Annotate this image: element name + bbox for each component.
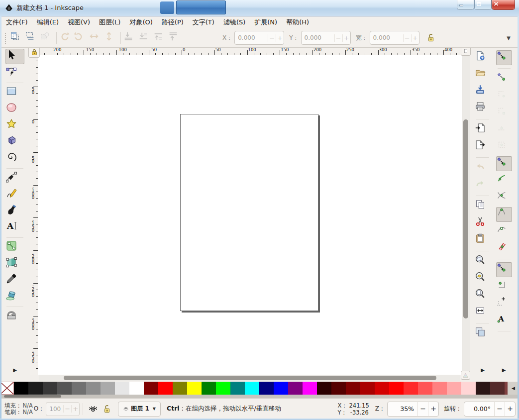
palette-swatch[interactable] [57, 382, 72, 395]
deselect-button[interactable] [39, 31, 54, 45]
snap-rotation-centers-button[interactable] [496, 296, 512, 311]
star-tool[interactable] [5, 118, 24, 133]
snap-bbox-edges-button[interactable] [496, 89, 512, 104]
palette-swatch[interactable] [375, 382, 389, 395]
snapcol-overflow-button[interactable]: ▶ [500, 365, 508, 375]
menu-item-7[interactable]: 滤镜(S) [219, 16, 250, 28]
palette-swatch[interactable] [202, 382, 216, 395]
menu-item-2[interactable]: 视图(V) [63, 16, 95, 28]
palette-swatch[interactable] [158, 382, 173, 395]
save-document-button[interactable] [475, 84, 491, 99]
snap-others-button[interactable] [496, 262, 512, 277]
node-editor-tool[interactable] [5, 65, 24, 81]
flip-vertical-button[interactable] [104, 31, 118, 45]
opacity-field[interactable]: 100 − + [46, 402, 80, 416]
spiral-tool[interactable] [5, 151, 24, 166]
palette-swatch[interactable] [144, 382, 158, 395]
redo-button[interactable] [475, 178, 491, 193]
palette-swatch[interactable] [216, 382, 230, 395]
snap-enable-button[interactable] [496, 50, 512, 65]
snap-object-centers-button[interactable] [496, 279, 512, 294]
maximize-button[interactable] [474, 0, 492, 10]
menu-item-8[interactable]: 扩展(N) [250, 16, 282, 28]
snap-bounding-box-button[interactable] [496, 72, 512, 87]
toolbar-drag-handle[interactable] [4, 32, 6, 44]
box-3d-tool[interactable] [5, 134, 24, 150]
palette-swatch[interactable] [43, 382, 57, 395]
palette-swatch[interactable] [389, 382, 404, 395]
menu-item-3[interactable]: 图层(L) [95, 16, 125, 28]
cmdcol-overflow-button[interactable]: ▶ [479, 365, 487, 375]
duplicate-window-button[interactable] [475, 326, 491, 341]
layer-selector[interactable]: 图层 1 ▼ [118, 402, 161, 417]
palette-swatch[interactable] [230, 382, 245, 395]
connector-tool[interactable] [5, 240, 24, 255]
rotate-ccw-button[interactable] [59, 31, 74, 45]
snap-bbox-edge-midpoints-button[interactable] [496, 122, 512, 137]
palette-swatch[interactable] [447, 382, 461, 395]
color-managed-view-button[interactable] [461, 371, 470, 380]
menu-item-6[interactable]: 文字(T) [188, 16, 219, 28]
menu-item-9[interactable]: 帮助(H) [282, 16, 313, 28]
minimize-button[interactable] [457, 0, 474, 10]
rectangle-tool[interactable] [5, 85, 24, 101]
snap-bbox-centers-button[interactable] [496, 139, 512, 154]
palette-swatch[interactable] [245, 382, 259, 395]
flip-horizontal-button[interactable] [89, 31, 104, 45]
toolbox-overflow-button[interactable]: ▶ [11, 365, 19, 375]
export-button[interactable] [475, 139, 491, 154]
horizontal-scrollbar[interactable] [39, 375, 460, 381]
snap-smooth-nodes-button[interactable] [496, 224, 512, 239]
palette-swatch[interactable] [346, 382, 360, 395]
cut-button[interactable] [475, 216, 491, 231]
palette-swatch[interactable] [259, 382, 274, 395]
menu-item-1[interactable]: 编辑(E) [32, 16, 63, 28]
paste-button[interactable] [475, 233, 491, 248]
snap-cusp-nodes-button[interactable] [496, 207, 512, 222]
copy-button[interactable] [475, 199, 491, 214]
rotation-value[interactable]: 0.00° [464, 405, 494, 413]
zoom-to-page-width-button[interactable] [475, 305, 491, 320]
width-decrease-button[interactable]: − [403, 34, 411, 42]
zoom-to-page-button[interactable] [475, 288, 491, 303]
layer-lock-toggle[interactable] [100, 403, 114, 416]
palette-swatch[interactable] [360, 382, 375, 395]
gradient-tool[interactable] [5, 256, 24, 272]
text-tool[interactable]: A [5, 220, 24, 235]
palette-swatch[interactable] [72, 382, 86, 395]
ruler-lock-button[interactable] [28, 47, 40, 58]
rotate-cw-button[interactable] [74, 31, 89, 45]
palette-swatch[interactable] [317, 382, 331, 395]
document-page[interactable] [180, 114, 318, 311]
palette-swatch[interactable] [274, 382, 288, 395]
palette-swatch[interactable] [461, 382, 476, 395]
palette-swatch[interactable] [14, 382, 28, 395]
zoom-to-drawing-button[interactable] [475, 271, 491, 286]
toolbar-overflow-button[interactable]: ▼ [500, 35, 518, 41]
lower-to-bottom-button[interactable] [123, 31, 138, 45]
layer-visibility-toggle[interactable] [86, 403, 100, 416]
dropper-tool[interactable] [5, 273, 24, 288]
select-all-layers-button[interactable] [24, 31, 39, 45]
raise-button[interactable] [153, 31, 168, 45]
palette-swatch[interactable] [476, 382, 490, 395]
new-document-button[interactable] [475, 50, 491, 65]
horizontal-scrollbar-thumb[interactable] [64, 376, 436, 380]
zoom-to-selection-button[interactable] [475, 254, 491, 269]
select-all-button[interactable] [9, 31, 24, 45]
zoom-decrease-button[interactable]: − [417, 402, 428, 416]
snap-bbox-corners-button[interactable] [496, 105, 512, 120]
rotation-decrease-button[interactable]: − [494, 402, 505, 416]
close-button[interactable] [492, 0, 515, 10]
palette-swatch[interactable] [28, 382, 43, 395]
snap-to-paths-button[interactable] [496, 173, 512, 188]
rotation-increase-button[interactable]: + [505, 402, 515, 416]
import-button[interactable] [475, 122, 491, 137]
lock-ratio-toggle[interactable] [424, 31, 437, 44]
eraser-tool[interactable] [5, 309, 24, 324]
x-increase-button[interactable]: + [276, 34, 284, 42]
opacity-decrease-button[interactable]: − [63, 405, 71, 413]
palette-swatch[interactable] [303, 382, 317, 395]
lower-button[interactable] [138, 31, 153, 45]
zoom-increase-button[interactable]: + [428, 402, 438, 416]
